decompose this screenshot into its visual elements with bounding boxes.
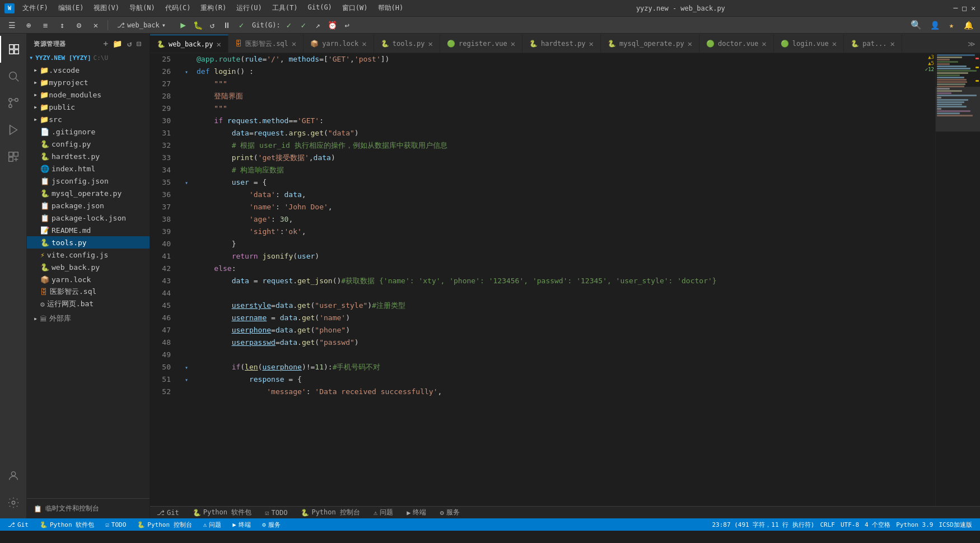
- panel-tab-problems[interactable]: ⚠ 问题: [371, 507, 395, 519]
- tree-item-vscode[interactable]: ▸ 📁 .vscode: [27, 64, 150, 76]
- code-content[interactable]: @app.route(rule='/', methods=['GET','pos…: [192, 53, 928, 506]
- fold-38[interactable]: [181, 213, 192, 226]
- menu-code[interactable]: 代码(C): [161, 2, 195, 14]
- menu-tools[interactable]: 工具(T): [268, 2, 302, 14]
- run-btn[interactable]: ▶: [177, 19, 189, 31]
- tree-item-readme[interactable]: 📝 README.md: [27, 224, 150, 236]
- tab-close-doctor[interactable]: ✕: [762, 40, 766, 48]
- minimize-btn[interactable]: ─: [954, 4, 958, 12]
- git-undo-btn[interactable]: ↩: [341, 19, 353, 31]
- status-services[interactable]: ⚙ 服务: [260, 521, 283, 529]
- tab-close-sql[interactable]: ✕: [292, 40, 296, 48]
- panel-tab-python-pkg[interactable]: 🐍 Python 软件包: [190, 507, 254, 519]
- fold-46[interactable]: [181, 312, 192, 324]
- panel-tab-python-console[interactable]: 🐍 Python 控制台: [298, 507, 362, 519]
- tree-item-public[interactable]: ▸ 📁 public: [27, 101, 150, 113]
- menu-run[interactable]: 运行(U): [232, 2, 267, 14]
- git-check2-btn[interactable]: ✓: [283, 19, 295, 31]
- fold-29[interactable]: [181, 102, 192, 115]
- close-btn[interactable]: ✕: [971, 4, 976, 12]
- menu-view[interactable]: 视图(V): [89, 2, 124, 14]
- status-problems[interactable]: ⚠ 问题: [201, 521, 224, 529]
- fold-40[interactable]: [181, 238, 192, 250]
- status-language[interactable]: Python 3.9: [894, 521, 935, 529]
- debug-btn[interactable]: 🐛: [192, 19, 204, 31]
- panel-tab-todo[interactable]: ☑ TODO: [263, 507, 290, 519]
- sidebar-refresh-btn[interactable]: ↺: [126, 38, 133, 49]
- tree-item-hardtest[interactable]: 🐍 hardtest.py: [27, 150, 150, 162]
- tab-web-back-py[interactable]: 🐍 web_back.py ✕: [150, 35, 228, 53]
- sidebar-new-folder-btn[interactable]: 📁: [111, 38, 124, 49]
- collapse-btn[interactable]: ≡: [38, 19, 53, 31]
- status-python-pkg[interactable]: 🐍 Python 软件包: [38, 521, 96, 529]
- tab-tools-py[interactable]: 🐍 tools.py ✕: [374, 35, 440, 53]
- menu-nav[interactable]: 导航(N): [125, 2, 160, 14]
- tree-item-yiyingzhiyun[interactable]: 🗄 医影智云.sql: [27, 285, 150, 298]
- panel-tab-git[interactable]: ⎇ Git: [155, 507, 181, 519]
- tree-item-package-json[interactable]: 📋 package.json: [27, 199, 150, 212]
- status-git-branch[interactable]: ⎇ Git: [6, 521, 31, 528]
- tree-item-vite-config[interactable]: ⚡ vite.config.js: [27, 249, 150, 261]
- status-indent[interactable]: 4 个空格: [862, 521, 893, 529]
- minimap-slider[interactable]: [936, 87, 980, 132]
- tab-mysql-operate[interactable]: 🐍 mysql_operate.py ✕: [601, 35, 699, 53]
- status-terminal[interactable]: ▶ 终端: [230, 521, 253, 529]
- menu-refactor[interactable]: 重构(R): [196, 2, 231, 14]
- status-position[interactable]: 23:87 (491 字符，11 行 执行符): [710, 521, 816, 529]
- tree-item-web-back[interactable]: 🐍 web_back.py: [27, 261, 150, 273]
- branch-selector[interactable]: ⎇ web_back ▾: [113, 20, 170, 30]
- tab-close-register[interactable]: ✕: [511, 40, 515, 48]
- status-python-console[interactable]: 🐍 Python 控制台: [135, 521, 194, 529]
- fold-44[interactable]: [181, 287, 192, 299]
- menu-edit[interactable]: 编辑(E): [54, 2, 88, 14]
- tree-item-yarn-lock[interactable]: 📦 yarn.lock: [27, 273, 150, 285]
- tab-yiyingzhiyun-sql[interactable]: 🗄 医影智云.sql ✕: [228, 35, 304, 53]
- reload-btn[interactable]: ↺: [206, 19, 218, 31]
- tab-close-web-back[interactable]: ✕: [216, 40, 221, 48]
- tab-hardtest-py[interactable]: 🐍 hardtest.py ✕: [522, 35, 601, 53]
- right-scrollbar[interactable]: ▲3 ▲5 ✓12: [928, 53, 935, 506]
- tab-yarn-lock[interactable]: 📦 yarn.lock ✕: [304, 35, 374, 53]
- git-clock-btn[interactable]: ⏰: [326, 19, 339, 31]
- menu-help[interactable]: 帮助(H): [374, 2, 408, 14]
- tree-item-myproject[interactable]: ▸ 📁 myproject: [27, 76, 150, 88]
- fold-49[interactable]: [181, 349, 192, 361]
- status-charset[interactable]: UTF-8: [838, 521, 861, 529]
- close-panel-btn[interactable]: ✕: [88, 19, 103, 31]
- sidebar-toggle-btn[interactable]: ☰: [4, 19, 19, 31]
- tab-close-hardtest[interactable]: ✕: [589, 40, 594, 48]
- fold-48[interactable]: [181, 336, 192, 349]
- tree-item-config[interactable]: 🐍 config.py: [27, 138, 150, 150]
- git-check3-btn[interactable]: ✓: [297, 19, 310, 31]
- git-check1-btn[interactable]: ✓: [235, 19, 248, 31]
- activity-extensions[interactable]: [0, 143, 27, 170]
- tab-close-tools[interactable]: ✕: [428, 40, 433, 48]
- fold-36[interactable]: [181, 189, 192, 201]
- panel-tab-services[interactable]: ⚙ 服务: [437, 507, 461, 519]
- fold-32[interactable]: [181, 139, 192, 152]
- tree-item-jsconfig[interactable]: 📋 jsconfig.json: [27, 175, 150, 187]
- menu-window[interactable]: 窗口(W): [338, 2, 372, 14]
- fold-47[interactable]: [181, 324, 192, 336]
- tree-item-node-modules[interactable]: ▸ 📁 node_modules: [27, 88, 150, 101]
- fold-50[interactable]: ▾: [181, 361, 192, 373]
- sidebar-temp-files[interactable]: 📋 临时文件和控制台: [31, 502, 145, 515]
- fold-41[interactable]: [181, 250, 192, 263]
- fold-34[interactable]: [181, 164, 192, 176]
- status-todo[interactable]: ☑ TODO: [103, 521, 128, 528]
- activity-settings[interactable]: [0, 489, 27, 516]
- fold-26[interactable]: ▾: [181, 65, 192, 78]
- fold-25[interactable]: [181, 53, 192, 65]
- tab-overflow-btn[interactable]: ≫: [963, 35, 980, 53]
- panel-tab-terminal[interactable]: ▶ 终端: [404, 507, 428, 519]
- fold-31[interactable]: [181, 127, 192, 139]
- maximize-btn[interactable]: □: [962, 4, 967, 12]
- tree-item-index[interactable]: 🌐 index.html: [27, 162, 150, 175]
- fold-35[interactable]: ▾: [181, 176, 192, 189]
- tab-close-yarn-lock[interactable]: ✕: [362, 40, 366, 48]
- tree-item-gitignore[interactable]: 📄 .gitignore: [27, 125, 150, 138]
- notification-btn[interactable]: 🔔: [961, 19, 976, 31]
- tab-close-login[interactable]: ✕: [832, 40, 837, 48]
- tab-register-vue[interactable]: 🟢 register.vue ✕: [440, 35, 522, 53]
- fold-30[interactable]: [181, 115, 192, 127]
